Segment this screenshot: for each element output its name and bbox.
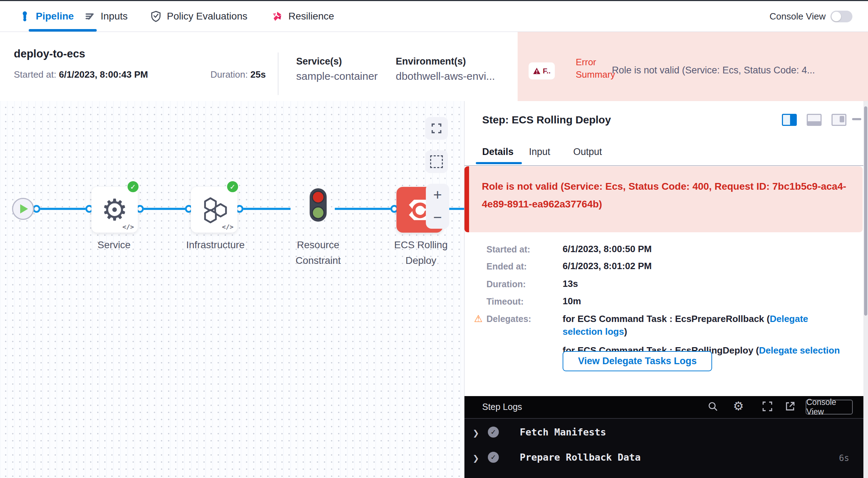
step-logs-console: Step Logs ⚙ <box>464 396 868 478</box>
shield-check-icon <box>151 11 161 22</box>
detail-delegates-label: Delegates: <box>486 314 531 324</box>
view-delegate-tasks-logs-button[interactable]: View Delegate Tasks Logs <box>563 351 712 371</box>
node-infrastructure[interactable]: </> ✓ <box>191 187 237 233</box>
started-at-label: Started at: <box>14 69 56 80</box>
step-error-banner: Role is not valid (Service: Ecs, Status … <box>464 166 863 232</box>
zoom-out-button[interactable]: − <box>433 210 442 225</box>
layout-right-split-button[interactable] <box>782 114 797 126</box>
fullscreen-icon <box>762 401 773 412</box>
layout-floating-fill <box>840 116 844 122</box>
tab-policy-evaluations[interactable]: Policy Evaluations <box>151 1 247 32</box>
edge-service-infrastructure <box>144 208 185 210</box>
duration: Duration: 25s <box>210 69 266 80</box>
log-section-row[interactable]: ❯ ✓ Fetch Manifests <box>464 426 868 441</box>
gear-icon: ⚙ <box>733 399 744 413</box>
services-label: Service(s) <box>296 56 342 67</box>
detail-started-label: Started at: <box>486 244 530 255</box>
delegates-warning-icon: ⚠ <box>474 313 483 324</box>
toggle-knob <box>832 12 841 21</box>
node-service[interactable]: ⚙ </> ✓ <box>91 187 138 233</box>
logs-console-view-button[interactable]: Console View <box>806 400 853 415</box>
duration-label: Duration: <box>210 69 248 80</box>
tab-resilience[interactable]: Resilience <box>271 1 334 32</box>
marquee-select-icon <box>430 155 443 168</box>
panel-scrollbar-thumb[interactable] <box>864 106 867 316</box>
tab-inputs-label: Inputs <box>101 11 128 22</box>
logs-settings-button[interactable]: ⚙ <box>733 399 744 413</box>
hexagons-icon <box>199 196 230 224</box>
edge-infrastructure-constraint <box>243 208 291 210</box>
node-label-service: Service <box>79 237 150 253</box>
log-section-label: Fetch Manifests <box>520 427 606 438</box>
traffic-light-green <box>312 206 325 219</box>
edge-start-service <box>40 208 85 210</box>
error-summary-strip: F.. Error Summary Role is not valid (Ser… <box>518 32 868 101</box>
details-tab-underline <box>476 162 522 164</box>
traffic-light-red <box>312 191 325 204</box>
tab-policy-evaluations-label: Policy Evaluations <box>167 11 247 22</box>
pipeline-icon <box>19 11 30 22</box>
tab-resilience-label: Resilience <box>288 11 334 22</box>
header-divider <box>278 52 278 95</box>
detail-timeout-label: Timeout: <box>486 296 524 307</box>
pipeline-name: deploy-to-ecs <box>14 48 85 60</box>
tab-inputs[interactable]: Inputs <box>84 1 128 32</box>
delegate-text: for ECS Command Task : EcsPrepareRollbac… <box>563 313 770 324</box>
node-label-infrastructure: Infrastructure <box>180 237 251 253</box>
environments-label: Environment(s) <box>396 56 466 67</box>
logs-fullscreen-button[interactable] <box>762 401 773 413</box>
node-label-ecs-rolling-deploy: ECS Rolling Deploy <box>389 237 453 268</box>
gear-icon: ⚙ <box>101 195 128 225</box>
status-badge: F.. <box>529 62 555 79</box>
canvas-fullscreen-button[interactable] <box>425 117 448 140</box>
zoom-in-button[interactable]: + <box>433 188 442 202</box>
pipeline-start-node[interactable] <box>12 198 34 220</box>
tab-input[interactable]: Input <box>529 146 550 157</box>
code-icon: </> <box>122 223 134 230</box>
tab-pipeline[interactable]: Pipeline <box>19 1 74 32</box>
log-section-duration: 6s <box>839 453 849 463</box>
failed-warning-icon <box>533 67 541 74</box>
detail-timeout-value: 10m <box>563 296 581 307</box>
layout-floating-panel-button[interactable] <box>832 114 846 126</box>
node-label-resource-constraint: Resource Constraint <box>286 237 350 268</box>
detail-duration-value: 13s <box>563 278 578 289</box>
canvas-select-button[interactable] <box>425 150 448 173</box>
tab-details[interactable]: Details <box>482 146 514 157</box>
logs-open-external-button[interactable] <box>785 401 795 413</box>
detail-ended-value: 6/1/2023, 8:01:02 PM <box>563 261 652 272</box>
status-badge-text: F.. <box>543 67 551 75</box>
duration-value: 25s <box>250 69 266 80</box>
minimize-panel-button[interactable] <box>852 118 861 120</box>
step-details-panel: Step: ECS Rolling Deploy Details Input O… <box>464 101 868 478</box>
execution-header: deploy-to-ecs Started at: 6/1/2023, 8:00… <box>0 32 868 101</box>
layout-bottom-split-button[interactable] <box>807 114 822 126</box>
environments-value[interactable]: dbothwell-aws-envi... <box>396 70 495 82</box>
console-view-toggle[interactable] <box>830 11 852 22</box>
inputs-icon <box>84 11 95 22</box>
console-view-label: Console View <box>770 11 826 22</box>
log-success-check-icon: ✓ <box>488 427 499 438</box>
error-summary-text: Role is not valid (Service: Ecs, Status … <box>612 65 867 76</box>
started-at-value: 6/1/2023, 8:00:43 PM <box>59 69 148 80</box>
delegate-entry: for ECS Command Task : EcsPrepareRollbac… <box>563 312 846 338</box>
services-value[interactable]: sample-container <box>296 70 378 82</box>
log-section-label: Prepare Rollback Data <box>520 452 641 463</box>
chevron-right-icon[interactable]: ❯ <box>473 454 479 463</box>
play-icon <box>20 204 28 213</box>
pipeline-canvas[interactable]: ⚙ </> ✓ </> ✓ <box>0 101 464 478</box>
node-resource-constraint[interactable] <box>310 188 327 222</box>
success-check-icon: ✓ <box>227 181 238 192</box>
fullscreen-icon <box>431 123 442 134</box>
started-at: Started at: 6/1/2023, 8:00:43 PM <box>14 69 148 80</box>
detail-duration-label: Duration: <box>486 279 526 289</box>
tab-output[interactable]: Output <box>573 146 602 157</box>
pipeline-execution-page: Pipeline Inputs Policy Evaluations <box>0 0 868 478</box>
error-summary-label: Error Summary <box>576 56 617 81</box>
logs-search-button[interactable] <box>708 401 718 413</box>
step-panel-title: Step: ECS Rolling Deploy <box>482 114 611 126</box>
log-section-row[interactable]: ❯ ✓ Prepare Rollback Data 6s <box>464 451 868 467</box>
code-icon: </> <box>222 223 233 230</box>
step-logs-header: Step Logs ⚙ <box>464 396 868 419</box>
chevron-right-icon[interactable]: ❯ <box>473 429 479 438</box>
